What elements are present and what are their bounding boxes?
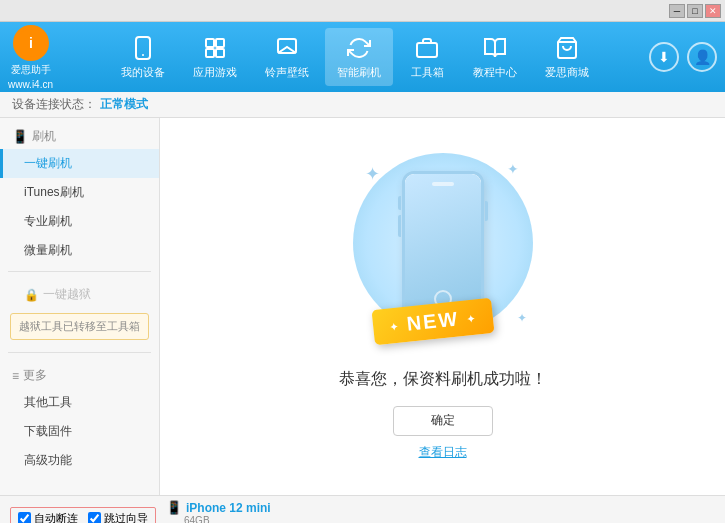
device-name: iPhone 12 mini (186, 501, 271, 515)
sidebar-warning-box: 越狱工具已转移至工具箱 (10, 313, 149, 340)
sidebar-section-flash-header: 📱 刷机 (0, 124, 159, 149)
nav-ringtone[interactable]: 铃声壁纸 (253, 28, 321, 86)
confirm-button[interactable]: 确定 (393, 406, 493, 436)
nav-tutorial-label: 教程中心 (473, 65, 517, 80)
nav-my-device[interactable]: 我的设备 (109, 28, 177, 86)
svg-rect-5 (216, 39, 224, 47)
status-value: 正常模式 (100, 96, 148, 113)
nav-tutorial[interactable]: 教程中心 (461, 28, 529, 86)
nav-bar: 我的设备 应用游戏 铃声壁纸 智能刷机 工具箱 (69, 28, 641, 86)
sidebar-item-one-key-flash[interactable]: 一键刷机 (0, 149, 159, 178)
logo-url: www.i4.cn (8, 79, 53, 90)
sidebar-item-itunes-flash[interactable]: iTunes刷机 (0, 178, 159, 207)
auto-close-label[interactable]: 自动断连 (18, 511, 78, 523)
bottom-area: 自动断连 跳过向导 📱 iPhone 12 mini 64GB Down-12m… (0, 495, 725, 523)
header-actions: ⬇ 👤 (649, 42, 717, 72)
sparkle-right-bottom: ✦ (517, 311, 527, 325)
sidebar-divider-1 (8, 271, 151, 272)
svg-rect-6 (206, 49, 214, 57)
sidebar-jailbreak-disabled: 🔒 一键越狱 (0, 282, 159, 307)
nav-smart-flash[interactable]: 智能刷机 (325, 28, 393, 86)
sidebar-divider-2 (8, 352, 151, 353)
checkbox-group: 自动断连 跳过向导 (10, 507, 156, 523)
user-button[interactable]: 👤 (687, 42, 717, 72)
sidebar-section-jailbreak: 🔒 一键越狱 越狱工具已转移至工具箱 (0, 276, 159, 348)
sidebar-item-pro-flash[interactable]: 专业刷机 (0, 207, 159, 236)
close-button[interactable]: ✕ (705, 4, 721, 18)
svg-rect-9 (417, 43, 437, 57)
maximize-button[interactable]: □ (687, 4, 703, 18)
device-info: 📱 iPhone 12 mini 64GB Down-12mini-13,1 (166, 500, 271, 523)
goto-link[interactable]: 查看日志 (419, 444, 467, 461)
lock-icon: 🔒 (24, 288, 39, 302)
sidebar-section-flash: 📱 刷机 一键刷机 iTunes刷机 专业刷机 微量刷机 (0, 118, 159, 267)
sidebar-item-download-firmware[interactable]: 下载固件 (0, 417, 159, 446)
sidebar: 📱 刷机 一键刷机 iTunes刷机 专业刷机 微量刷机 🔒 一键越狱 越狱工具… (0, 118, 160, 495)
smart-flash-icon (345, 34, 373, 62)
toolbox-icon (413, 34, 441, 62)
content-area: ✦ ✦ ✦ ✦ NEW ✦ 恭喜您，保资料刷机成功啦！ 确定 查看日志 (160, 118, 725, 495)
skip-guide-checkbox[interactable] (88, 512, 101, 523)
status-label: 设备连接状态： (12, 96, 96, 113)
title-bar: ─ □ ✕ (0, 0, 725, 22)
nav-my-device-label: 我的设备 (121, 65, 165, 80)
svg-rect-4 (206, 39, 214, 47)
sidebar-item-micro-flash[interactable]: 微量刷机 (0, 236, 159, 265)
nav-ringtone-label: 铃声壁纸 (265, 65, 309, 80)
sidebar-section-flash-label: 刷机 (32, 128, 56, 145)
nav-toolbox[interactable]: 工具箱 (397, 28, 457, 86)
footer-main: 自动断连 跳过向导 📱 iPhone 12 mini 64GB Down-12m… (0, 496, 725, 523)
sparkle-left: ✦ (365, 163, 380, 185)
logo[interactable]: i 爱思助手 www.i4.cn (8, 25, 53, 90)
flash-section-icon: 📱 (12, 129, 28, 144)
svg-rect-7 (216, 49, 224, 57)
minimize-button[interactable]: ─ (669, 4, 685, 18)
success-illustration: ✦ ✦ ✦ ✦ NEW ✦ (343, 153, 543, 353)
my-device-icon (129, 34, 157, 62)
apps-games-icon (201, 34, 229, 62)
shop-icon (553, 34, 581, 62)
nav-toolbox-label: 工具箱 (411, 65, 444, 80)
logo-icon: i (13, 25, 49, 61)
main-area: 📱 刷机 一键刷机 iTunes刷机 专业刷机 微量刷机 🔒 一键越狱 越狱工具… (0, 118, 725, 495)
nav-shop-label: 爱思商城 (545, 65, 589, 80)
sidebar-more-header: ≡ 更多 (0, 363, 159, 388)
svg-text:i: i (29, 35, 33, 51)
ringtone-icon (273, 34, 301, 62)
more-icon: ≡ (12, 369, 19, 383)
download-button[interactable]: ⬇ (649, 42, 679, 72)
success-text: 恭喜您，保资料刷机成功啦！ (339, 369, 547, 390)
header: i 爱思助手 www.i4.cn 我的设备 应用游戏 铃声壁纸 (0, 22, 725, 92)
nav-apps-games[interactable]: 应用游戏 (181, 28, 249, 86)
sparkle-right-top: ✦ (507, 161, 519, 177)
auto-close-checkbox[interactable] (18, 512, 31, 523)
tutorial-icon (481, 34, 509, 62)
logo-name: 爱思助手 (11, 63, 51, 77)
device-storage: 64GB (166, 515, 271, 523)
phone-icon-footer: 📱 (166, 500, 182, 515)
sidebar-item-other-tools[interactable]: 其他工具 (0, 388, 159, 417)
nav-smart-flash-label: 智能刷机 (337, 65, 381, 80)
status-bar: 设备连接状态： 正常模式 (0, 92, 725, 118)
sidebar-section-more: ≡ 更多 其他工具 下载固件 高级功能 (0, 357, 159, 477)
nav-shop[interactable]: 爱思商城 (533, 28, 601, 86)
skip-guide-label[interactable]: 跳过向导 (88, 511, 148, 523)
nav-apps-games-label: 应用游戏 (193, 65, 237, 80)
sidebar-item-advanced[interactable]: 高级功能 (0, 446, 159, 475)
